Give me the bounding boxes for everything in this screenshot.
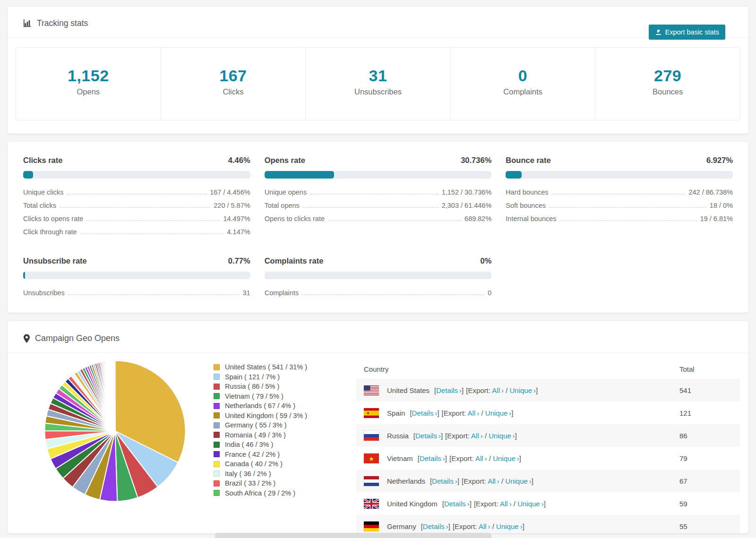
rate-column: Clicks rate4.46%Unique clicks167 / 4.456…: [23, 156, 250, 236]
export-all-link[interactable]: All: [488, 477, 496, 485]
country-cell: United States[Details›][Export: All› / U…: [364, 385, 679, 395]
page-scrollbar[interactable]: [215, 533, 491, 538]
country-cell: ★Vietnam[Details›][Export: All› / Unique…: [364, 453, 679, 463]
details-link[interactable]: Details: [423, 522, 445, 530]
legend-item: United Kingdom ( 59 / 3% ): [214, 411, 337, 421]
geo-pie-chart: [43, 359, 187, 503]
legend-swatch: [214, 393, 220, 399]
export-basic-stats-button[interactable]: Export basic stats: [649, 25, 725, 40]
country-flag-es: [364, 408, 379, 418]
export-segment: [Export: All› / Unique›]: [466, 386, 538, 394]
legend-label: France ( 42 / 2% ): [225, 451, 280, 458]
rate-value: 4.46%: [228, 156, 250, 165]
rates-grid: Clicks rate4.46%Unique clicks167 / 4.456…: [23, 156, 733, 297]
bracket: ]: [445, 454, 447, 462]
export-unique-link[interactable]: Unique: [489, 432, 511, 440]
export-all-link[interactable]: All: [500, 500, 508, 508]
legend-swatch: [214, 470, 220, 477]
legend-swatch: [214, 432, 220, 438]
details-segment: [Details›]: [434, 386, 464, 394]
dotted-leader: [302, 294, 484, 295]
export-unique-link[interactable]: Unique: [485, 409, 508, 417]
export-all-link[interactable]: All: [492, 386, 500, 394]
bracket: ]: [511, 409, 513, 417]
dotted-leader: [303, 207, 438, 208]
bracket: [Export:: [453, 522, 477, 530]
bracket: ]: [523, 522, 524, 530]
stat-label: Complaints: [451, 87, 595, 96]
rate-title: Bounce rate: [506, 156, 550, 165]
export-unique-link[interactable]: Unique: [517, 500, 540, 508]
rate-header: Opens rate30.736%: [265, 156, 492, 165]
stat-card: 167Clicks: [161, 48, 306, 120]
details-link[interactable]: Details: [436, 386, 458, 394]
export-unique-link[interactable]: Unique: [509, 386, 532, 394]
rate-header: Complaints rate0%: [265, 256, 492, 265]
country-cell: United Kingdom[Details›][Export: All› / …: [364, 499, 679, 509]
export-all-link[interactable]: All: [468, 409, 476, 417]
stat-value: 0: [451, 67, 595, 85]
total-cell: 67: [679, 477, 732, 485]
legend-item: Spain ( 121 / 7% ): [214, 372, 337, 382]
country-cell: Germany[Details›][Export: All› / Unique›…: [364, 521, 679, 531]
export-unique-link[interactable]: Unique: [493, 454, 515, 462]
export-all-link[interactable]: All: [479, 522, 487, 530]
legend-swatch: [214, 384, 220, 390]
details-link[interactable]: Details: [444, 500, 466, 508]
bracket: ]: [519, 454, 521, 462]
rate-title: Unsubscribe rate: [23, 256, 87, 265]
rate-row-value: 167 / 4.456%: [210, 188, 250, 196]
export-all-link[interactable]: All: [475, 454, 483, 462]
rate-rows: Unique opens1,152 / 30.736%Total opens2,…: [265, 188, 492, 222]
country-name: Netherlands: [387, 477, 425, 485]
progress-bar-track: [265, 272, 492, 279]
slash: /: [504, 386, 510, 394]
legend-swatch: [214, 442, 220, 448]
geo-opens-title: Campaign Geo Opens: [35, 333, 120, 343]
rate-value: 30.736%: [461, 156, 491, 165]
svg-text:★: ★: [369, 455, 374, 462]
table-row: United States[Details›][Export: All› / U…: [356, 379, 740, 401]
export-segment: [Export: All› / Unique›]: [442, 409, 514, 417]
details-link[interactable]: Details: [420, 454, 441, 462]
rate-row-label: Click through rate: [23, 228, 77, 236]
export-segment: [Export: All› / Unique›]: [462, 477, 533, 485]
country-name: Spain: [387, 409, 405, 417]
rate-row: Opens to clicks rate689.82%: [265, 215, 492, 222]
details-segment: [Details›]: [442, 500, 472, 508]
rate-header: Clicks rate4.46%: [23, 156, 250, 165]
rate-row-label: Complaints: [265, 289, 299, 297]
country-flag-ru: [364, 431, 379, 441]
bracket: [Export:: [462, 477, 486, 485]
progress-bar-track: [506, 171, 733, 179]
rate-row-label: Total opens: [265, 202, 300, 209]
export-all-link[interactable]: All: [471, 432, 479, 440]
export-unique-link[interactable]: Unique: [496, 522, 519, 530]
details-link[interactable]: Details: [415, 432, 437, 440]
legend-item: India ( 46 / 3% ): [214, 440, 337, 450]
rate-row-value: 220 / 5.87%: [214, 202, 250, 209]
legend-swatch: [214, 451, 220, 457]
legend-item: South Africa ( 29 / 2% ): [214, 488, 337, 498]
progress-bar-fill: [265, 171, 335, 179]
rate-title: Clicks rate: [23, 156, 62, 165]
bracket: ]: [536, 386, 538, 394]
legend-item: United States ( 541 / 31% ): [214, 362, 337, 372]
country-name: Vietnam: [387, 454, 413, 462]
export-unique-link[interactable]: Unique: [505, 477, 528, 485]
rate-row-value: 2,303 / 61.446%: [442, 202, 492, 209]
legend-label: South Africa ( 29 / 2% ): [225, 489, 295, 497]
dotted-leader: [67, 194, 206, 195]
legend-label: Spain ( 121 / 7% ): [225, 373, 280, 381]
rate-row-value: 242 / 86.738%: [688, 188, 733, 196]
rate-header: Unsubscribe rate0.77%: [23, 256, 250, 265]
legend-swatch: [214, 403, 220, 409]
progress-bar-track: [265, 171, 492, 179]
details-link[interactable]: Details: [412, 409, 434, 417]
stat-label: Opens: [16, 87, 161, 96]
details-link[interactable]: Details: [432, 477, 454, 485]
total-cell: 541: [679, 386, 732, 394]
pie-slice-other[interactable]: [115, 361, 115, 431]
country-name: United Kingdom: [387, 500, 438, 508]
export-basic-stats-label: Export basic stats: [665, 28, 719, 36]
